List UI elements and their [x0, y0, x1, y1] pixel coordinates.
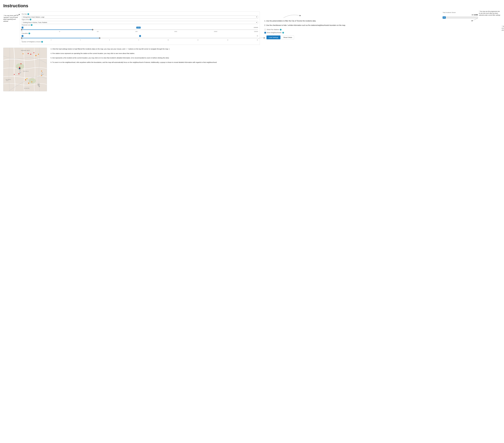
instruction-1: 1. Use the pickers/sliders to filter the…: [264, 20, 501, 22]
financial-loss-slider[interactable]: 0 10000 1000000 0 10 100 1000 100: [22, 27, 258, 33]
financial-loss-help-icon[interactable]: ?: [31, 24, 33, 26]
svg-text:WYNFORD: WYNFORD: [24, 88, 29, 89]
fire-stations-label: Show Fire Stations: [267, 29, 279, 31]
svg-point-25: [27, 78, 27, 79]
filter-panel: Fire Size ? Extinguished, Small, Medium,…: [20, 12, 260, 45]
reset-views-button[interactable]: Reset Views: [282, 35, 294, 39]
stats-count: 0 / 15496: [472, 14, 478, 16]
svg-point-18: [36, 55, 36, 56]
financial-loss-group: Financial Loss ? 0 10000 1000000: [22, 24, 258, 32]
firefighters-label: Number of Firefighters at Scene ?: [22, 41, 258, 43]
left-annotation: * You may hover over the "question" icon…: [3, 12, 20, 22]
instruction-5: 5. Dot represents a fire incident at the…: [51, 57, 501, 59]
origin-label: Orgin of Fire ?: [22, 18, 258, 21]
svg-point-20: [25, 79, 26, 80]
annotation-arrow-left: [11, 13, 20, 20]
firefighters-help-icon[interactable]: ?: [41, 41, 43, 43]
fire-size-select[interactable]: Extinguished, Small, Medium, Large: [22, 16, 258, 18]
svg-point-16: [14, 74, 15, 75]
svg-point-19: [38, 54, 39, 55]
instruction-4: 4. Fire station icons represent an opera…: [51, 52, 501, 55]
svg-rect-0: [3, 48, 47, 91]
svg-text:DON MILLS: DON MILLS: [23, 71, 29, 72]
origin-select[interactable]: Cooking Area or Kitchen, Trash, Rubbish: [22, 21, 258, 24]
load-settings-button[interactable]: Load Settings: [267, 36, 281, 39]
total-incidents-label: Total Incidents Shown: [443, 12, 456, 14]
fire-stations-help-icon[interactable]: ?: [280, 29, 282, 31]
origin-group: Orgin of Fire ? Cooking Area or Kitchen,…: [22, 18, 258, 24]
svg-point-11: [28, 53, 29, 54]
right-note-1: * You may use this progression bar to se…: [479, 10, 501, 16]
fire-stations-checkbox[interactable]: [264, 29, 266, 31]
fire-size-group: Fire Size ? Extinguished, Small, Medium,…: [22, 13, 258, 18]
neighbourhoods-checkbox[interactable]: [264, 32, 266, 34]
neighbourhoods-checkbox-row[interactable]: Show Neighbourhoods ?: [264, 32, 501, 34]
firefighters-group: Number of Firefighters at Scene ?: [22, 41, 258, 43]
buttons-row: Load Settings Reset Views: [264, 35, 501, 39]
svg-point-23: [41, 75, 42, 76]
casualties-label: Casualties ?: [22, 32, 258, 35]
page-title: Instructions: [3, 2, 501, 9]
svg-text:THE BRIDLE: THE BRIDLE: [5, 79, 11, 80]
checkboxes-area: Show Fire Stations ? Show Neighbourhoods…: [264, 29, 501, 34]
fire-size-label: Fire Size ?: [22, 13, 258, 15]
instruction-3: 3. Click the load settings button to loa…: [51, 48, 501, 50]
svg-text:PATH: PATH: [6, 80, 8, 81]
casualties-group: Casualties ? 0 5 15 0: [22, 32, 258, 41]
svg-point-21: [31, 81, 32, 82]
instruction-6: 6. To zoom in on the neighbourhood, clic…: [51, 61, 501, 63]
neighbourhoods-label: Show Neighbourhoods: [267, 32, 282, 34]
svg-point-13: [34, 52, 34, 53]
svg-point-24: [41, 71, 42, 71]
financial-loss-label: Financial Loss ?: [22, 24, 258, 26]
fire-size-help-icon[interactable]: ?: [27, 13, 29, 15]
svg-point-22: [28, 83, 29, 84]
svg-point-17: [23, 53, 23, 54]
instruction-2: 2. Use the checkboxes to hide / unhide i…: [264, 24, 501, 27]
svg-rect-9: [19, 67, 20, 68]
map-thumbnail[interactable]: PARKWAY WEST DON MILLS THE BRIDLE PATH W…: [3, 48, 47, 91]
fire-stations-checkbox-row[interactable]: Show Fire Stations ?: [264, 29, 501, 31]
right-note-2: * You may use the reset view button to r…: [502, 25, 504, 31]
neighbourhoods-help-icon[interactable]: ?: [282, 32, 284, 34]
arrow-to-load: [257, 35, 265, 40]
svg-point-2: [29, 78, 36, 83]
svg-point-12: [30, 54, 31, 55]
progress-bar-fill: 0%: [443, 16, 446, 19]
svg-text:PARKWAY WEST: PARKWAY WEST: [21, 50, 30, 51]
instructions-list: 3. Click the load settings button to loa…: [51, 48, 501, 91]
svg-point-15: [18, 73, 19, 74]
arrow-note1-to-bar: [471, 17, 479, 22]
svg-point-14: [20, 63, 21, 64]
map-roads-svg: PARKWAY WEST DON MILLS THE BRIDLE PATH W…: [3, 48, 47, 91]
origin-help-icon[interactable]: ?: [30, 19, 31, 20]
casualties-help-icon[interactable]: ?: [29, 33, 30, 34]
casualties-slider[interactable]: 0 5 15 0 2 4 6 8 10: [22, 35, 258, 41]
